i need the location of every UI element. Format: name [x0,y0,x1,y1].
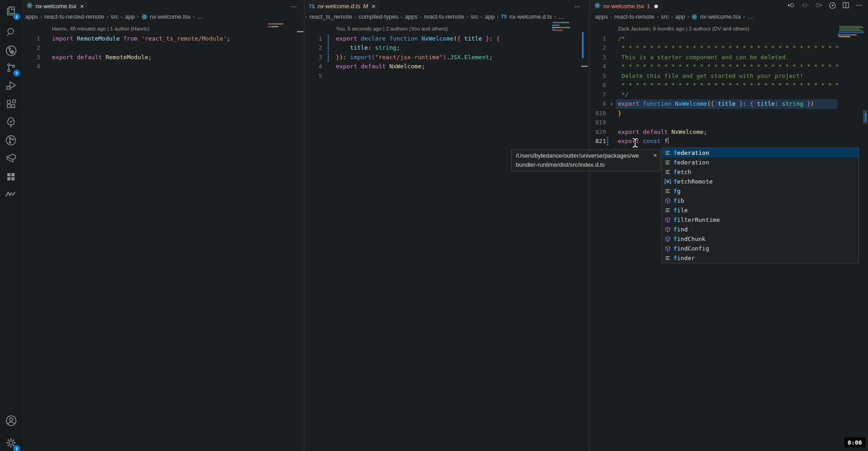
next-change-icon[interactable] [815,2,822,10]
codelens-blame[interactable]: Zack Jackson, 9 months ago | 2 authors (… [618,26,749,31]
code-line[interactable]: 4 * * * * * * * * * * * * * * * * * * * … [590,62,868,72]
code-line[interactable]: 7 */ [590,90,868,100]
minimap-decoration [268,26,278,27]
tab-close-icon[interactable]: × [372,3,376,10]
code-line[interactable]: 3 This is a starter component and can be… [590,53,868,62]
previous-change-icon[interactable] [787,2,795,10]
activity-item-settings[interactable]: 1 [4,436,18,450]
code-text: export default NxWelcome; [336,62,425,72]
activity-item-tree-view[interactable] [4,115,18,129]
code-text: */ [618,90,628,100]
code-line[interactable]: 1/* [590,34,868,44]
code-line[interactable]: 4 [22,62,304,72]
code-line[interactable]: 5 [304,72,589,81]
symbol-value-icon [664,178,671,185]
activity-item-grid-tool[interactable] [4,169,18,184]
suggest-item-fg[interactable]: fg [662,186,858,196]
more-actions-icon[interactable] [856,2,863,10]
breadcrumb-item[interactable]: apps [595,13,608,20]
code-line[interactable]: 1export declare function NxWelcome({ tit… [304,34,589,44]
breadcrumb-item[interactable]: … [558,13,564,20]
breadcrumb-chevron-icon: › [40,14,42,20]
breadcrumb-item[interactable]: compiled-types [359,13,398,20]
code-line[interactable]: 4export default NxWelcome; [304,62,589,72]
tab-nx-welcome.d.ts[interactable]: TSnx-welcome.d.tsM× [304,0,380,12]
activity-item-extensions[interactable] [4,97,18,111]
code-line[interactable]: 6 * * * * * * * * * * * * * * * * * * * … [590,81,868,90]
activity-item-explorer[interactable]: 1 [4,4,18,18]
breadcrumb-item[interactable]: … [747,13,753,20]
more-actions-icon[interactable]: ⋯ [291,3,298,10]
code-line[interactable]: 819 [590,118,868,128]
split-editor-icon[interactable] [842,2,849,10]
current-change-icon[interactable] [801,2,808,10]
code-line[interactable]: 2 title: string; [304,43,589,53]
breadcrumb-item[interactable]: react-ts-remote [614,13,654,20]
code-line[interactable]: 3}): import("react/jsx-runtime").JSX.Ele… [304,53,589,62]
minimap-decoration [552,25,554,30]
suggest-item-fetchRemote[interactable]: fetchRemote [662,177,858,186]
code-line[interactable]: 8›export function NxWelcome({ title }: {… [590,99,868,109]
suggest-item-federation[interactable]: federation [662,158,858,167]
open-timeline-icon[interactable] [829,2,836,11]
suggest-item-federation[interactable]: federation [662,148,858,158]
code-line[interactable]: 818} [590,109,868,118]
vscode-window: 171 nx-welcome.tsx×⋯apps›react-ts-nested… [0,0,868,451]
breadcrumb-item[interactable]: src [661,13,668,20]
suggest-item-find[interactable]: find [662,225,858,234]
suggest-item-fetch[interactable]: fetch [662,167,858,177]
code-line[interactable]: 1import RemoteModule from 'react_ts_remo… [22,34,304,44]
breadcrumb-item[interactable]: … [197,13,203,20]
breadcrumb-item[interactable]: nx-welcome.tsx [150,13,191,20]
editor-group-left[interactable]: nx-welcome.tsx×⋯apps›react-ts-nested-rem… [22,0,304,451]
suggest-item-fib[interactable]: fib [662,196,858,205]
suggest-item-file[interactable]: file [662,205,858,215]
activity-badge: 1 [13,13,20,20]
breadcrumb-item[interactable]: app [485,13,495,20]
code-line[interactable]: 2 [22,43,304,53]
breadcrumb-item[interactable]: app [125,13,135,20]
code-text: title: string; [336,43,400,53]
dirty-indicator-icon[interactable] [654,5,658,8]
activity-item-accounts[interactable] [4,413,18,428]
breadcrumb-item[interactable]: nx-welcome.tsx [700,13,741,20]
codelens-blame[interactable]: You, 5 seconds ago | 2 authors (You and … [336,26,448,31]
codelens-blame[interactable]: Hanric, 48 minutes ago | 1 author (Hanri… [52,26,149,31]
code-line[interactable]: 5 Delete this file and get started with … [590,72,868,81]
activity-item-squiggle-tool[interactable] [4,187,18,201]
more-actions-icon[interactable]: ⋯ [574,3,581,10]
fold-chevron-icon[interactable]: › [610,99,613,109]
code-text: } [618,109,621,118]
breadcrumb-item[interactable]: app [675,13,685,20]
close-icon[interactable]: × [653,152,657,159]
symbol-method-icon [664,245,671,252]
code-line[interactable]: 2 * * * * * * * * * * * * * * * * * * * … [590,43,868,53]
editor-group-middle[interactable]: TSnx-welcome.d.tsM×⋯›react_ts_remote›com… [304,0,589,451]
suggest-item-finder[interactable]: finder [662,253,858,263]
tab-error-count: 1 [647,3,650,10]
activity-item-run-and-debug[interactable] [4,78,18,93]
breadcrumb-item[interactable]: src [111,13,118,20]
breadcrumb-item[interactable]: nx-welcome.d.ts [509,13,552,20]
breadcrumb-item[interactable]: react-ts-nested-remote [44,13,104,20]
symbol-text-icon [664,207,671,214]
tab-close-icon[interactable]: × [80,3,84,10]
breadcrumb-item[interactable]: react_ts_remote [309,13,352,20]
breadcrumb-item[interactable]: apps [405,13,417,20]
code-text: import RemoteModule from 'react_ts_remot… [52,34,230,44]
activity-item-nx-console[interactable] [4,151,18,166]
code-line[interactable]: 3export default RemoteModule; [22,53,304,62]
tab-nx-welcome.tsx[interactable]: nx-welcome.tsx1 [590,0,663,12]
code-line[interactable]: 820export default NxWelcome; [590,128,868,137]
suggest-item-findConfig[interactable]: findConfig [662,244,858,253]
suggest-item-filterRuntime[interactable]: filterRuntime [662,215,858,225]
minimap-decoration [838,31,864,33]
code-text: export const f [618,137,668,146]
breadcrumb-item[interactable]: src [471,13,478,20]
breadcrumb-item[interactable]: apps [25,13,38,20]
suggest-item-findChunk[interactable]: findChunk [662,234,858,244]
activity-item-git-graph[interactable] [4,133,18,148]
tab-modified-badge: M [363,3,368,10]
tab-nx-welcome.tsx[interactable]: nx-welcome.tsx× [22,0,89,12]
breadcrumb-item[interactable]: react-ts-remote [424,13,464,20]
